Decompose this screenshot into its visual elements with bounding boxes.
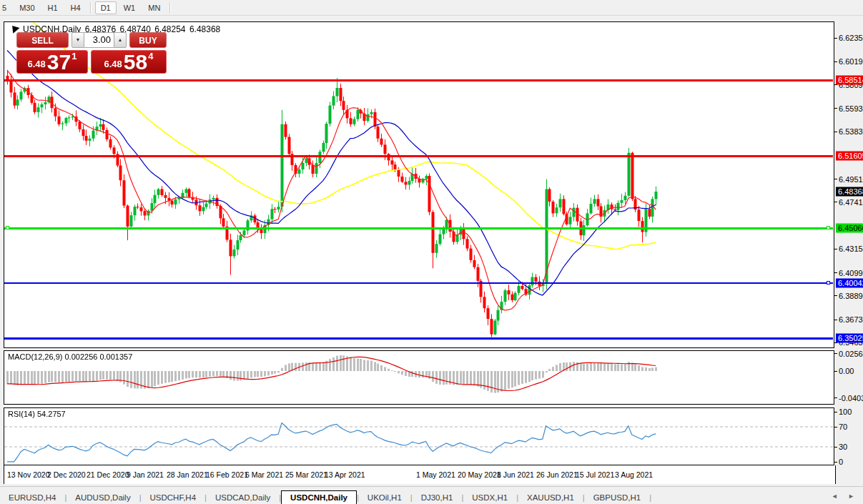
buy-price-sup: 4 (148, 51, 153, 61)
buy-price-display[interactable]: 6.48 58 4 (91, 50, 167, 74)
support-line-blue-upper-handle[interactable] (827, 281, 830, 285)
rsi-panel: RSI(14) 54.2757 (4, 407, 834, 465)
chart-tab-ukoil[interactable]: UKOil,H1 (359, 491, 410, 504)
price-tick: 6.53830 (834, 127, 863, 136)
chart-tab-bar: EURUSD,H4|AUDUSD,Daily|USDCHF,H4|USDCAD,… (0, 486, 863, 504)
date-label: 13 Apr 2021 (325, 470, 365, 479)
support-line-green[interactable] (4, 227, 833, 229)
volume-decrease-button[interactable]: ▼ (71, 32, 84, 48)
buy-price-big: 58 (124, 53, 147, 71)
price-tick: 6.36730 (834, 315, 863, 324)
sell-price-sup: 1 (71, 51, 77, 61)
date-label: 25 Mar 2021 (285, 470, 327, 479)
resistance-line-upper[interactable] (4, 79, 833, 81)
price-tick: 6.49510 (834, 175, 863, 184)
toolbar-separator (90, 2, 92, 14)
macd-axis-tick: -0.04038 (834, 394, 863, 402)
rsi-label: RSI(14) 54.2757 (8, 410, 66, 418)
price-badge-6.35025: 6.35025 (836, 334, 863, 343)
price-badge-6.45060: 6.45060 (836, 224, 863, 233)
price-tick: 6.43150 (834, 244, 863, 253)
resistance-line-mid[interactable] (4, 155, 833, 157)
volume-input[interactable]: 3.00 (84, 32, 114, 48)
chart-tab-audusd[interactable]: AUDUSD,Daily (66, 491, 139, 504)
chart-tab-dj30[interactable]: DJ30,H1 (413, 491, 462, 504)
macd-axis-tick: 0.00 (834, 367, 854, 375)
date-label: 13 Nov 2020 (7, 470, 50, 479)
price-axis[interactable]: 6.623506.601906.580906.559306.538306.495… (834, 21, 863, 465)
sell-price-base: 6.48 (28, 59, 46, 69)
price-tick: 6.38890 (834, 292, 863, 300)
support-line-green-handle[interactable] (6, 226, 9, 229)
one-click-trade-panel: SELL ▼ 3.00 ▲ BUY 6.48 37 1 6.48 58 4 (16, 32, 167, 74)
date-label: 1 May 2021 (416, 470, 455, 479)
price-tick: 6.62350 (834, 34, 863, 42)
chart-tab-gbpusd[interactable]: GBPUSD,H1 (585, 491, 649, 504)
timeframe-button-h1[interactable]: H1 (42, 1, 64, 14)
date-label: 8 Jun 2021 (497, 470, 534, 479)
toolbar-separator (169, 2, 171, 14)
timeframe-button-h4[interactable]: H4 (65, 1, 87, 14)
chart-tab-usdcad[interactable]: USDCAD,Daily (207, 491, 279, 504)
price-badge-6.40042: 6.40042 (836, 279, 863, 288)
price-tick: 6.55930 (834, 104, 863, 113)
sell-price-big: 37 (47, 53, 71, 71)
rsi-indicator-canvas[interactable] (4, 408, 834, 465)
rsi-axis-tick: 30 (834, 443, 847, 451)
buy-price-base: 6.48 (104, 59, 122, 69)
sell-price-display[interactable]: 6.48 37 1 (16, 50, 88, 74)
date-label: 6 Mar 2021 (245, 470, 283, 479)
trading-platform-window: 5M30H1H4D1W1MN USDCNH,Daily 6.48376 6.48… (0, 0, 863, 504)
support-line-green-handle[interactable] (827, 226, 830, 229)
tab-separator: | (649, 493, 651, 504)
date-label: 9 Jan 2021 (127, 470, 164, 479)
timeframe-button-5[interactable]: 5 (0, 1, 12, 14)
rsi-value: 54.2757 (37, 410, 66, 418)
volume-increase-button[interactable]: ▲ (114, 32, 127, 48)
timeframe-button-d1[interactable]: D1 (95, 1, 117, 14)
macd-label: MACD(12,26,9) 0.002256 0.001357 (8, 352, 132, 361)
rsi-axis-tick: 0 (834, 458, 843, 466)
rsi-axis-tick: 70 (834, 423, 847, 431)
tab-scroll-arrows-icon[interactable]: ◄ ► (832, 493, 859, 500)
buy-button[interactable]: BUY (129, 32, 167, 48)
date-label: 16 Feb 2021 (206, 470, 248, 479)
price-tick: 6.60190 (834, 57, 863, 66)
date-label: 26 Jun 2021 (536, 470, 578, 479)
chart-tab-eurusd[interactable]: EURUSD,H4 (0, 491, 64, 504)
date-axis[interactable]: 13 Nov 20202 Dec 202021 Dec 20209 Jan 20… (4, 465, 836, 484)
sell-button[interactable]: SELL (16, 32, 69, 48)
date-label: 21 Dec 2020 (87, 470, 129, 479)
timeframe-button-mn[interactable]: MN (142, 1, 166, 14)
chart-tab-usdchf[interactable]: USDCHF,H4 (142, 491, 205, 504)
support-line-blue-upper[interactable] (4, 282, 833, 284)
price-badge-6.48368: 6.48368 (836, 187, 863, 197)
macd-panel: MACD(12,26,9) 0.002256 0.001357 (4, 350, 834, 405)
macd-axis-tick: 0.025609 (834, 350, 863, 358)
price-tick: 6.40990 (834, 269, 863, 277)
timeframe-button-m30[interactable]: M30 (14, 1, 40, 14)
support-line-blue-lower[interactable] (4, 337, 833, 340)
date-label: 28 Jan 2021 (167, 470, 208, 479)
date-label: 2 Dec 2020 (47, 470, 86, 479)
timeframe-toolbar: 5M30H1H4D1W1MN (0, 0, 863, 16)
macd-signal-value: 0.001357 (99, 352, 132, 361)
price-badge-6.58514: 6.58514 (836, 76, 863, 85)
price-chart-panel: USDCNH,Daily 6.48376 6.48740 6.48254 6.4… (4, 21, 834, 348)
price-tick: 6.47410 (834, 198, 863, 207)
timeframe-button-w1[interactable]: W1 (118, 1, 142, 14)
rsi-axis-tick: 100 (834, 407, 852, 416)
macd-value: 0.002256 (64, 352, 97, 361)
date-label: 20 May 2021 (458, 470, 501, 479)
chart-tab-usdcnh[interactable]: USDCNH,Daily (281, 490, 357, 504)
date-label: 3 Aug 2021 (615, 470, 653, 479)
chart-tab-xauusd[interactable]: XAUUSD,H1 (518, 491, 583, 504)
chart-tab-usdx[interactable]: USDX,H1 (463, 491, 516, 504)
price-badge-6.51605: 6.51605 (836, 152, 863, 161)
date-label: 15 Jul 2021 (576, 470, 614, 479)
chart-close-value: 6.48368 (189, 24, 220, 34)
